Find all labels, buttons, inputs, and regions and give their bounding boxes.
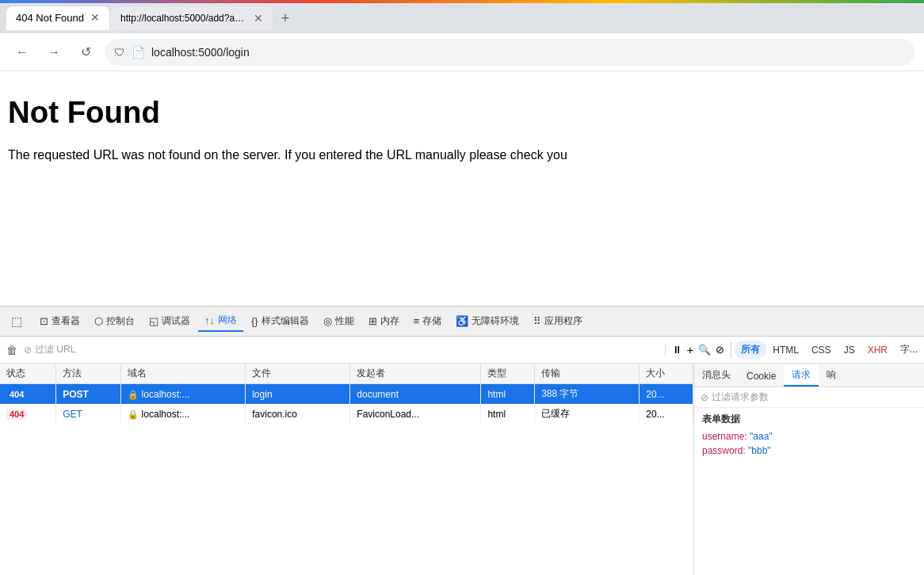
- apptools-icon: ⠿: [533, 315, 541, 327]
- reload-button[interactable]: ↺: [73, 40, 98, 65]
- debugger-label: 调试器: [162, 314, 190, 328]
- pause-icon[interactable]: ⏸: [672, 344, 682, 356]
- col-type: 类型: [481, 364, 535, 384]
- filter-css[interactable]: CSS: [805, 342, 838, 358]
- network-row-1[interactable]: 404 GET 🔒 localhost:... favicon.ico Favi…: [0, 404, 693, 424]
- form-data-title: 表单数据: [702, 413, 916, 426]
- tab-close-active[interactable]: ✕: [90, 11, 100, 24]
- form-field-password: password: "bbb": [702, 445, 916, 456]
- network-label: 网络: [218, 314, 237, 327]
- devtools-style[interactable]: {} 样式编辑器: [245, 311, 315, 331]
- back-icon: ←: [16, 45, 29, 59]
- devtools-network[interactable]: ↑↓ 网络: [198, 310, 243, 332]
- block-icon[interactable]: ⊘: [716, 344, 724, 356]
- filter-more[interactable]: 字...: [894, 341, 924, 359]
- devtools-apptools[interactable]: ⠿ 应用程序: [527, 311, 589, 331]
- status-1: 404: [0, 404, 56, 424]
- tab-inactive[interactable]: http://localhost:5000/add?add... ✕: [111, 6, 273, 30]
- reload-icon: ↺: [81, 44, 91, 59]
- request-panel-tabs: 消息头 Cookie 请求 响: [694, 364, 924, 387]
- devtools-inspector[interactable]: ⊡ 查看器: [33, 311, 86, 331]
- req-filter-icon: ⊘: [701, 392, 708, 403]
- transfer-0: 388 字节: [535, 384, 640, 405]
- tab-title-inactive: http://localhost:5000/add?add...: [120, 13, 247, 24]
- filter-type-separator: [731, 342, 731, 358]
- col-domain: 域名: [121, 364, 246, 384]
- network-icon: ↑↓: [204, 314, 215, 326]
- devtools-body: 状态 方法 域名 文件 发起者 类型 传输 大小 404 POST 🔒 loc: [0, 364, 924, 575]
- type-1: html: [481, 404, 535, 424]
- filter-url-label: 过滤 URL: [35, 343, 75, 356]
- add-filter-icon[interactable]: +: [687, 343, 694, 356]
- devtools-panel: ⬚ ⊡ 查看器 ⬡ 控制台 ◱ 调试器 ↑↓ 网络 {} 样式编辑器 ◎ 性能 …: [0, 306, 924, 575]
- col-method: 方法: [56, 364, 121, 384]
- col-status: 状态: [0, 364, 56, 384]
- filter-icon: ⊘: [24, 345, 32, 356]
- request-panel: 消息头 Cookie 请求 响 ⊘ 过滤请求参数 表单数据: [694, 364, 924, 575]
- filter-xhr[interactable]: XHR: [861, 342, 894, 358]
- network-row-0[interactable]: 404 POST 🔒 localhost:... login document …: [0, 384, 693, 405]
- domain-0: 🔒 localhost:...: [121, 384, 246, 405]
- performance-icon: ◎: [323, 315, 332, 327]
- network-table-header: 状态 方法 域名 文件 发起者 类型 传输 大小: [0, 364, 693, 384]
- filter-all[interactable]: 所有: [735, 341, 766, 359]
- tab-title-active: 404 Not Found: [16, 12, 84, 24]
- tab-close-inactive[interactable]: ✕: [254, 12, 263, 25]
- tab-cookie[interactable]: Cookie: [739, 367, 784, 387]
- col-transfer: 传输: [535, 364, 640, 384]
- size-0: 20...: [640, 384, 693, 405]
- new-tab-button[interactable]: +: [274, 7, 296, 29]
- storage-label: 存储: [422, 314, 441, 328]
- devtools-performance[interactable]: ◎ 性能: [317, 311, 361, 331]
- initiator-1: FaviconLoad...: [350, 404, 481, 424]
- back-button[interactable]: ←: [10, 40, 35, 65]
- devtools-console[interactable]: ⬡ 控制台: [88, 311, 141, 331]
- devtools-memory[interactable]: ⊞ 内存: [362, 311, 406, 331]
- filter-js[interactable]: JS: [838, 342, 861, 358]
- password-key: password:: [702, 445, 746, 456]
- cursor-icon: ⬚: [11, 314, 22, 329]
- devtools-cursor-tool[interactable]: ⬚: [5, 311, 29, 332]
- memory-label: 内存: [380, 314, 399, 328]
- debugger-icon: ◱: [149, 315, 158, 327]
- tab-active[interactable]: 404 Not Found ✕: [6, 6, 109, 30]
- memory-icon: ⊞: [368, 315, 377, 327]
- network-controls: ⏸ + 🔍 ⊘: [666, 343, 731, 356]
- domain-1: 🔒 localhost:...: [121, 404, 246, 424]
- shield-icon: 🛡: [114, 46, 125, 59]
- forward-button[interactable]: →: [41, 40, 67, 65]
- accessibility-icon: ♿: [456, 315, 468, 327]
- initiator-0: document: [350, 384, 481, 405]
- devtools-debugger[interactable]: ◱ 调试器: [143, 311, 197, 331]
- console-label: 控制台: [106, 314, 135, 328]
- console-icon: ⬡: [94, 315, 103, 327]
- tab-messages[interactable]: 消息头: [694, 365, 739, 387]
- network-table: 状态 方法 域名 文件 发起者 类型 传输 大小 404 POST 🔒 loc: [0, 364, 693, 424]
- col-size: 大小: [640, 364, 693, 384]
- forward-icon: →: [48, 45, 60, 59]
- tab-response[interactable]: 响: [819, 365, 844, 387]
- address-bar[interactable]: 🛡 📄 localhost:5000/login: [105, 39, 914, 66]
- username-value: "aaa": [750, 431, 773, 442]
- transfer-1: 已缓存: [535, 404, 640, 424]
- search-icon[interactable]: 🔍: [698, 344, 711, 356]
- tab-request[interactable]: 请求: [784, 365, 819, 387]
- password-value: "bbb": [748, 445, 771, 456]
- req-filter-label: 过滤请求参数: [712, 390, 769, 404]
- inspector-label: 查看器: [52, 314, 80, 328]
- form-field-username: username: "aaa": [702, 431, 916, 442]
- filter-url-container: ⊘ 过滤 URL: [24, 343, 666, 356]
- devtools-storage[interactable]: ≡ 存储: [407, 311, 449, 331]
- clear-network-button[interactable]: 🗑: [0, 344, 24, 356]
- apptools-label: 应用程序: [544, 314, 582, 328]
- username-key: username:: [702, 431, 747, 442]
- accessibility-label: 无障碍环境: [472, 314, 519, 328]
- address-text: localhost:5000/login: [151, 46, 250, 59]
- status-0: 404: [0, 384, 56, 405]
- col-initiator: 发起者: [350, 364, 481, 384]
- type-0: html: [481, 384, 535, 405]
- page-icon: 📄: [132, 46, 145, 59]
- style-icon: {}: [251, 315, 258, 327]
- filter-html[interactable]: HTML: [766, 342, 805, 358]
- devtools-accessibility[interactable]: ♿ 无障碍环境: [449, 311, 525, 331]
